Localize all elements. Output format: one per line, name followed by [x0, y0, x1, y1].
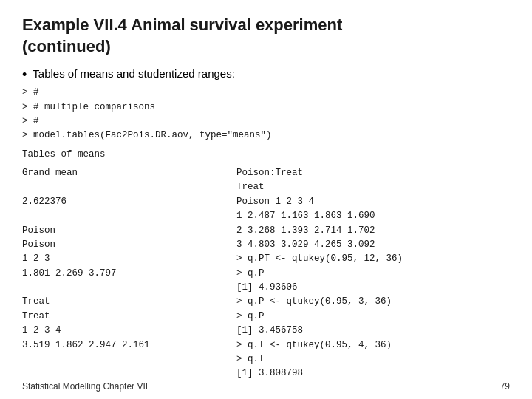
right-code-section: Poison:Treat Treat Poison 1 2 3 4 1 2.48… — [236, 166, 510, 381]
tables-header: Tables of means — [22, 148, 510, 162]
grand-mean-section: Grand mean 2.622376 Poison Poison 1 2 3 … — [22, 166, 229, 352]
footer-left: Statistical Modelling Chapter VII — [22, 381, 148, 392]
prompt-lines: > # > # multiple comparisons > # > model… — [22, 86, 510, 143]
bullet-text: Tables of means and studentized ranges: — [33, 67, 235, 80]
footer-right: 79 — [500, 381, 510, 392]
bullet-point: • — [22, 68, 27, 81]
footer: Statistical Modelling Chapter VII 79 — [22, 381, 510, 392]
page-title: Example VII.4 Animal survival experiment… — [22, 15, 510, 57]
